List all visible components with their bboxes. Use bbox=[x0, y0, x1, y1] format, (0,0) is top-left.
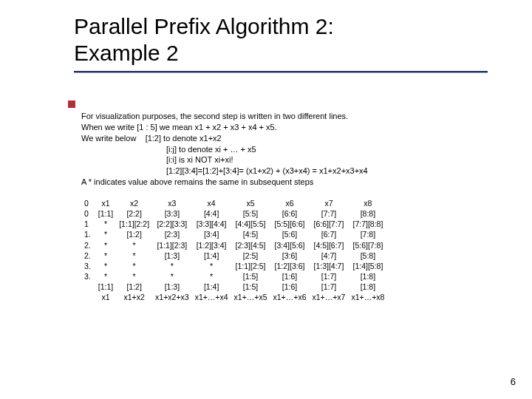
cell: [5:6][7:8] bbox=[348, 240, 387, 250]
cell: * bbox=[116, 271, 152, 282]
cell: * bbox=[116, 261, 152, 271]
cell: [7:7] bbox=[309, 208, 348, 219]
cell: x4 bbox=[192, 198, 231, 208]
cell: [2:2] bbox=[116, 208, 152, 219]
cell: [3:4][5:6] bbox=[270, 240, 310, 250]
cell: [1:5] bbox=[231, 282, 270, 292]
cell: [1:1] bbox=[95, 208, 116, 219]
cell: [6:6][7:7] bbox=[309, 219, 348, 229]
body-content: For visualization purposes, the second s… bbox=[81, 111, 510, 303]
cell: [4:4] bbox=[192, 208, 231, 219]
notation-line: [i:i] is xi NOT xi+xi! bbox=[81, 154, 510, 166]
cell: [1:7] bbox=[309, 271, 348, 282]
table-row: 2.**[1:3][1:4][2:5][3:6][4:7][5:8] bbox=[81, 250, 387, 261]
row-label: 3. bbox=[81, 261, 95, 271]
notation-def: [1:2] to denote x1+x2 bbox=[146, 134, 222, 143]
cell: [1:3] bbox=[152, 250, 192, 261]
row-label: 1 bbox=[81, 219, 95, 229]
title-line-1: Parallel Prefix Algorithm 2: bbox=[74, 14, 334, 38]
cell: [3:3][4:4] bbox=[192, 219, 231, 229]
cell: [4:5] bbox=[231, 229, 270, 239]
cell: * bbox=[192, 261, 231, 271]
cell: x1+…+x4 bbox=[192, 292, 231, 302]
cell: * bbox=[152, 271, 192, 282]
cell: * bbox=[116, 250, 152, 261]
notation-prefix: We write below bbox=[81, 134, 136, 143]
row-label: 3. bbox=[81, 271, 95, 282]
cell: * bbox=[192, 271, 231, 282]
cell: [5:6] bbox=[270, 229, 310, 239]
notation-line: We write below [1:2] to denote x1+x2 bbox=[81, 133, 510, 144]
cell: [3:4] bbox=[192, 229, 231, 239]
title-underline bbox=[74, 71, 488, 73]
cell: [1:4] bbox=[192, 282, 231, 292]
table-row: 0[1:1][2:2][3:3][4:4][5:5][6:6][7:7][8:8… bbox=[81, 208, 387, 219]
cell: x2 bbox=[116, 198, 152, 208]
row-label: 2. bbox=[81, 240, 95, 250]
cell: [1:8] bbox=[348, 271, 387, 282]
cell: [1:6] bbox=[270, 282, 310, 292]
cell: [1:1][2:2] bbox=[116, 219, 152, 229]
cell: * bbox=[116, 240, 152, 250]
cell: [1:2] bbox=[116, 282, 152, 292]
cell: [1:3] bbox=[152, 282, 192, 292]
cell: [6:6] bbox=[270, 208, 310, 219]
slide: Parallel Prefix Algorithm 2: Example 2 F… bbox=[0, 0, 532, 399]
notation-line: When we write [1 : 5] we mean x1 + x2 + … bbox=[81, 122, 510, 133]
cell: [1:2][3:4] bbox=[192, 240, 231, 250]
cell: [2:3] bbox=[152, 229, 192, 239]
cell: [1:8] bbox=[348, 282, 387, 292]
row-label bbox=[81, 292, 95, 302]
notation-line: A * indicates value above remains the sa… bbox=[81, 177, 510, 188]
cell: * bbox=[95, 261, 116, 271]
cell: * bbox=[95, 271, 116, 282]
cell: [1:1][2:3] bbox=[152, 240, 192, 250]
row-label bbox=[81, 282, 95, 292]
table-row: 1.*[1:2][2:3][3:4][4:5][5:6][6:7][7:8] bbox=[81, 229, 387, 239]
cell: [4:7] bbox=[309, 250, 348, 261]
cell: [1:6] bbox=[270, 271, 310, 282]
table-row: 3.****[1:1][2:5][1:2][3:6][1:3][4:7][1:4… bbox=[81, 261, 387, 271]
cell: * bbox=[95, 219, 116, 229]
cell: [2:3][4:5] bbox=[231, 240, 270, 250]
title-block: Parallel Prefix Algorithm 2: Example 2 bbox=[74, 13, 488, 73]
slide-title: Parallel Prefix Algorithm 2: Example 2 bbox=[74, 13, 488, 66]
table-row: x1x1+x2x1+x2+x3x1+…+x4x1+…+x5x1+…+x6x1+…… bbox=[81, 292, 387, 302]
cell: * bbox=[95, 240, 116, 250]
notation-line: For visualization purposes, the second s… bbox=[81, 111, 510, 122]
cell: [2:5] bbox=[231, 250, 270, 261]
cell: x1+…+x7 bbox=[309, 292, 348, 302]
cell: x8 bbox=[348, 198, 387, 208]
bullet-accent bbox=[68, 100, 75, 108]
algorithm-table-body: 0x1x2x3x4x5x6x7x8 0[1:1][2:2][3:3][4:4][… bbox=[81, 198, 387, 303]
row-label: 2. bbox=[81, 250, 95, 261]
cell: [5:5][6:6] bbox=[270, 219, 310, 229]
cell: x1+x2+x3 bbox=[152, 292, 192, 302]
cell: [1:4] bbox=[192, 250, 231, 261]
row-label: 0 bbox=[81, 208, 95, 219]
cell: [3:3] bbox=[152, 208, 192, 219]
table-row: 2.**[1:1][2:3][1:2][3:4][2:3][4:5][3:4][… bbox=[81, 240, 387, 250]
cell: x1 bbox=[95, 292, 116, 302]
cell: [8:8] bbox=[348, 208, 387, 219]
table-row: [1:1][1:2][1:3][1:4][1:5][1:6][1:7][1:8] bbox=[81, 282, 387, 292]
algorithm-table: 0x1x2x3x4x5x6x7x8 0[1:1][2:2][3:3][4:4][… bbox=[81, 198, 387, 303]
cell: x5 bbox=[231, 198, 270, 208]
cell: x1+…+x5 bbox=[231, 292, 270, 302]
cell: [7:7][8:8] bbox=[348, 219, 387, 229]
cell: [1:1][2:5] bbox=[231, 261, 270, 271]
notation-line: [1:2][3:4]=[1:2]+[3:4]= (x1+x2) + (x3+x4… bbox=[81, 166, 510, 177]
cell: [1:7] bbox=[309, 282, 348, 292]
cell: [5:8] bbox=[348, 250, 387, 261]
cell: x6 bbox=[270, 198, 310, 208]
cell: [1:2][3:6] bbox=[270, 261, 310, 271]
cell: [3:6] bbox=[270, 250, 310, 261]
table-row: 1*[1:1][2:2][2:2][3:3][3:3][4:4][4:4][5:… bbox=[81, 219, 387, 229]
cell: x1 bbox=[95, 198, 116, 208]
cell: x1+…+x8 bbox=[348, 292, 387, 302]
cell: [7:8] bbox=[348, 229, 387, 239]
cell: * bbox=[95, 250, 116, 261]
cell: [6:7] bbox=[309, 229, 348, 239]
page-number: 6 bbox=[511, 376, 516, 387]
table-row: 3.****[1:5][1:6][1:7][1:8] bbox=[81, 271, 387, 282]
